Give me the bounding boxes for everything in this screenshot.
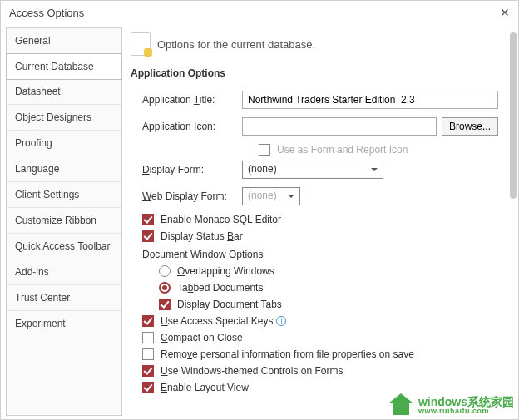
- sidebar-item-quick-access-toolbar[interactable]: Quick Access Toolbar: [7, 234, 121, 259]
- row-display-status-bar: Display Status Bar: [142, 230, 498, 242]
- checkbox-display-status-bar[interactable]: [142, 230, 154, 242]
- row-application-title: Application Title:: [142, 91, 498, 109]
- label-display-document-tabs: Display Document Tabs: [177, 299, 282, 310]
- scroll-content: Options for the current database. Applic…: [131, 32, 503, 411]
- label-tabbed-documents: Tabbed Documents: [177, 282, 263, 294]
- checkbox-enable-layout-view[interactable]: [142, 382, 154, 393]
- sidebar-item-add-ins[interactable]: Add-ins: [7, 259, 121, 285]
- row-remove-personal-info: Remove personal information from file pr…: [142, 348, 498, 360]
- checkbox-remove-personal-info[interactable]: [142, 348, 154, 360]
- web-display-form-select: (none): [242, 187, 300, 205]
- sidebar-item-proofing[interactable]: Proofing: [7, 131, 121, 156]
- label-enable-layout-view: Enable Layout View: [161, 382, 249, 393]
- label-web-display-form: Web Display Form:: [142, 190, 242, 202]
- row-tabbed-documents: Tabbed Documents: [159, 282, 498, 294]
- row-application-icon: Application Icon: Browse...: [142, 117, 498, 136]
- row-display-document-tabs: Display Document Tabs: [159, 299, 498, 310]
- display-form-select[interactable]: (none): [242, 161, 383, 179]
- checkbox-display-document-tabs[interactable]: [159, 299, 171, 310]
- label-display-status-bar: Display Status Bar: [161, 230, 243, 242]
- row-display-form: Display Form: (none): [142, 161, 498, 179]
- dialog-title: Access Options: [9, 7, 84, 19]
- access-options-dialog: Access Options ✕ General Current Databas…: [0, 0, 519, 420]
- sidebar-item-experiment[interactable]: Experiment: [7, 311, 121, 336]
- checkbox-use-access-special-keys[interactable]: [142, 315, 154, 327]
- row-themed-controls: Use Windows-themed Controls on Forms: [142, 365, 498, 377]
- radio-tabbed-documents[interactable]: [159, 282, 171, 294]
- application-icon-field[interactable]: [242, 117, 437, 136]
- database-icon: [131, 32, 151, 56]
- scroll-thumb[interactable]: [510, 32, 517, 199]
- label-display-form: Display Form:: [142, 164, 242, 175]
- sidebar-item-language[interactable]: Language: [7, 156, 121, 182]
- checkbox-themed-controls[interactable]: [142, 365, 154, 377]
- radio-overlapping-windows[interactable]: [159, 265, 171, 277]
- label-compact-on-close: Compact on Close: [161, 332, 243, 343]
- label-themed-controls: Use Windows-themed Controls on Forms: [161, 365, 343, 377]
- label-use-as-form-report-icon: Use as Form and Report Icon: [277, 144, 408, 156]
- browse-button[interactable]: Browse...: [442, 117, 498, 136]
- checkbox-compact-on-close[interactable]: [142, 332, 154, 343]
- info-icon[interactable]: i: [276, 316, 286, 326]
- label-enable-monaco: Enable Monaco SQL Editor: [161, 214, 281, 225]
- label-application-icon: Application Icon:: [142, 121, 242, 132]
- main-panel: Options for the current database. Applic…: [122, 24, 518, 419]
- page-header: Options for the current database.: [131, 32, 498, 56]
- label-remove-personal-info: Remove personal information from file pr…: [161, 348, 414, 360]
- category-sidebar: General Current Database Datasheet Objec…: [6, 27, 122, 416]
- row-web-display-form: Web Display Form: (none): [142, 187, 498, 205]
- label-use-access-special-keys: Use Access Special Keys: [161, 315, 273, 327]
- sidebar-item-trust-center[interactable]: Trust Center: [7, 285, 121, 311]
- sidebar-item-general[interactable]: General: [7, 28, 121, 54]
- checkbox-enable-monaco[interactable]: [142, 214, 154, 225]
- row-use-as-form-report-icon: Use as Form and Report Icon: [259, 144, 498, 156]
- scrollbar[interactable]: [510, 32, 517, 411]
- label-application-title: Application Title:: [142, 94, 242, 106]
- section-title-application-options: Application Options: [131, 67, 498, 79]
- row-overlapping-windows: Overlapping Windows: [159, 265, 498, 277]
- sidebar-item-customize-ribbon[interactable]: Customize Ribbon: [7, 208, 121, 234]
- sidebar-item-datasheet[interactable]: Datasheet: [7, 79, 121, 105]
- checkbox-use-as-form-report-icon: [259, 144, 270, 156]
- label-document-window-options: Document Window Options: [142, 249, 498, 260]
- row-compact-on-close: Compact on Close: [142, 332, 498, 343]
- close-icon[interactable]: ✕: [500, 6, 510, 19]
- sidebar-item-object-designers[interactable]: Object Designers: [7, 105, 121, 131]
- row-enable-monaco: Enable Monaco SQL Editor: [142, 214, 498, 225]
- application-title-field[interactable]: [242, 91, 498, 109]
- row-use-access-special-keys: Use Access Special Keys i: [142, 315, 498, 327]
- sidebar-item-client-settings[interactable]: Client Settings: [7, 182, 121, 208]
- dialog-body: General Current Database Datasheet Objec…: [1, 24, 518, 419]
- row-enable-layout-view: Enable Layout View: [142, 382, 498, 393]
- titlebar: Access Options ✕: [1, 1, 518, 24]
- page-description: Options for the current database.: [157, 38, 315, 51]
- sidebar-item-current-database[interactable]: Current Database: [6, 53, 122, 80]
- label-overlapping-windows: Overlapping Windows: [177, 265, 274, 277]
